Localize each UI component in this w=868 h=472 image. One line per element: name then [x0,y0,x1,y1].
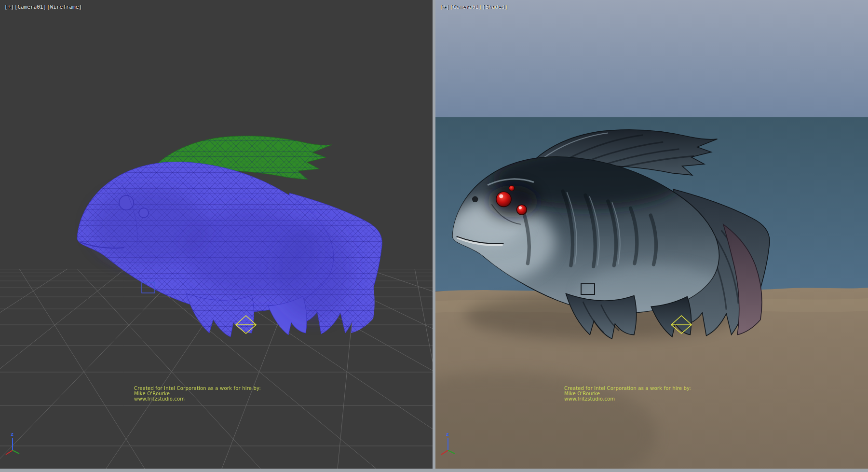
credit-line-3: www.fritzstudio.com [564,396,691,402]
viewport-wireframe[interactable]: [+][Camera01][Wireframe] [0,0,433,469]
world-axis-tripod: z [6,431,19,455]
fish-eye-large [496,192,511,207]
viewport-menu-button[interactable]: [+] [440,4,449,10]
eye-highlight [499,194,503,198]
scene-credit-text: Created for Intel Corporation as a work … [564,386,691,402]
scene-credit-text: Created for Intel Corporation as a work … [134,386,261,402]
credit-line-2: Mike O'Rourke [564,391,691,396]
eye-highlight [519,206,522,209]
credit-line-1: Created for Intel Corporation as a work … [134,386,261,391]
axis-x-icon [6,450,13,455]
camera-menu-button[interactable]: [Camera01] [450,4,482,10]
shading-menu-button[interactable]: [Shaded] [482,4,508,10]
window-bottom-edge [0,469,868,472]
fish-nostril [472,196,478,202]
axis-z-label: z [11,431,14,437]
camera-menu-button[interactable]: [Camera01] [14,4,46,10]
fish-eye-small [139,208,149,218]
sky [435,0,868,117]
fish-eye-small [517,205,527,215]
credit-line-2: Mike O'Rourke [134,391,261,396]
fish-model[interactable] [77,136,382,337]
viewport-splitter[interactable] [433,0,435,469]
shading-menu-button[interactable]: [Wireframe] [47,4,82,10]
viewport-label: [+][Camera01][Wireframe] [4,4,82,10]
fish-eye-third [509,185,514,191]
credit-line-1: Created for Intel Corporation as a work … [564,386,691,391]
viewport-menu-button[interactable]: [+] [4,4,14,10]
fish-eye-large [119,195,134,210]
axis-z-label: z [446,431,449,437]
credit-line-3: www.fritzstudio.com [134,396,261,402]
viewport-shaded[interactable]: [+][Camera01][Shaded] [435,0,868,469]
application-window: [+][Camera01][Wireframe] [0,0,868,472]
viewport-label: [+][Camera01][Shaded] [440,4,508,10]
axis-y-icon [13,450,19,454]
